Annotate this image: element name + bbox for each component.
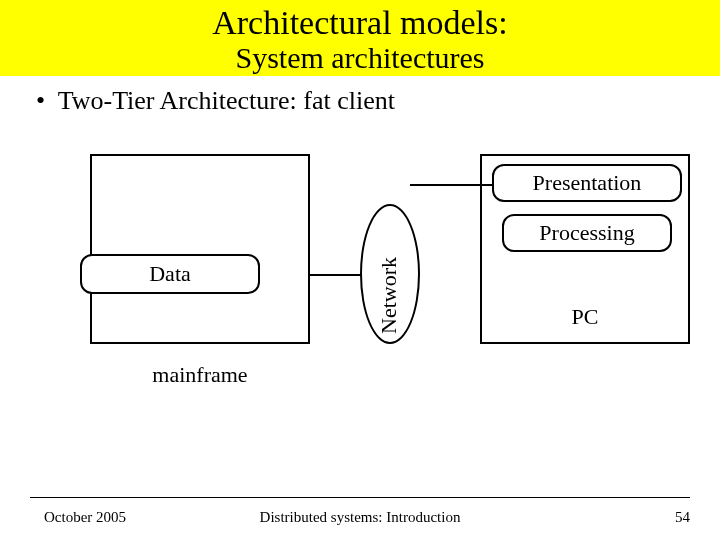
data-label: Data [80, 254, 260, 294]
footer: October 2005 Distributed systems: Introd… [0, 509, 720, 526]
footer-title: Distributed systems: Introduction [260, 509, 461, 526]
bullet-text: Two-Tier Architecture: fat client [58, 86, 395, 115]
title-bar: Architectural models: System architectur… [0, 0, 720, 76]
network-label: Network [376, 257, 402, 334]
presentation-label: Presentation [492, 164, 682, 202]
footer-date: October 2005 [44, 509, 126, 526]
title-line-2: System architectures [0, 41, 720, 74]
mainframe-box [90, 154, 310, 344]
bullet-item: • Two-Tier Architecture: fat client [36, 86, 720, 116]
footer-page: 54 [675, 509, 690, 526]
mainframe-caption: mainframe [130, 362, 270, 388]
processing-label: Processing [502, 214, 672, 252]
pc-caption: PC [545, 304, 625, 330]
footer-divider [30, 497, 690, 498]
title-line-1: Architectural models: [0, 4, 720, 41]
diagram-area: Data mainframe Network Presentation Proc… [0, 144, 720, 444]
